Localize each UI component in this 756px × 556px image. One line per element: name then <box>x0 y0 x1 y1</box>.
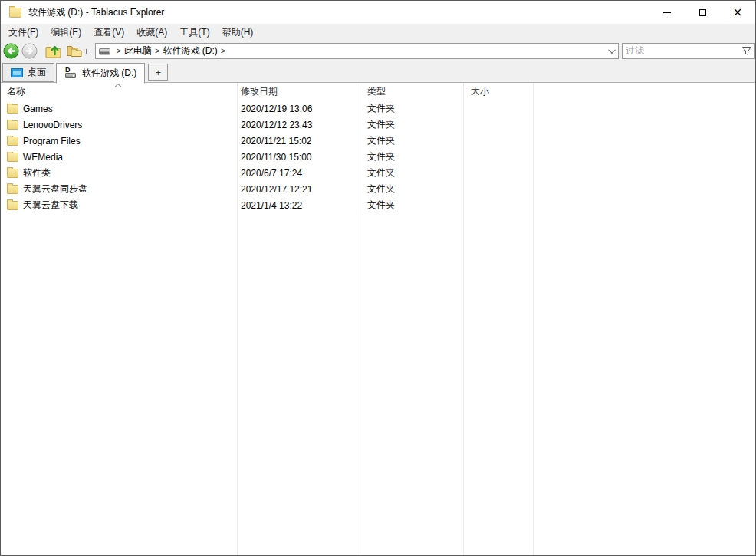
file-row[interactable]: 天翼云盘下载 2021/1/4 13:22 文件夹 <box>1 197 755 213</box>
folder-up-icon <box>44 43 63 59</box>
folder-icon <box>7 169 18 178</box>
breadcrumb-separator: > <box>221 46 225 55</box>
file-type: 文件夹 <box>360 199 463 212</box>
filter-input[interactable] <box>623 45 741 56</box>
file-name: 天翼云盘同步盘 <box>23 183 87 196</box>
column-header-modified[interactable]: 修改日期 <box>237 83 360 100</box>
new-tab-folder-button[interactable]: + <box>65 43 93 58</box>
file-name: 软件类 <box>23 166 51 179</box>
file-type: 文件夹 <box>360 166 463 179</box>
back-icon <box>3 43 19 59</box>
file-modified: 2020/12/12 23:43 <box>237 120 360 130</box>
file-modified: 2020/6/7 17:24 <box>237 168 360 179</box>
column-header-type[interactable]: 类型 <box>360 83 463 100</box>
menu-help[interactable]: 帮助(H) <box>216 24 260 41</box>
back-button[interactable] <box>3 43 19 59</box>
file-row[interactable]: WEMedia 2020/11/30 15:00 文件夹 <box>1 149 755 165</box>
file-row[interactable]: Program Files 2020/11/21 15:02 文件夹 <box>1 133 755 149</box>
folders-icon <box>65 43 83 58</box>
breadcrumb-separator: > <box>155 46 159 55</box>
file-name: WEMedia <box>23 152 63 163</box>
column-header-size[interactable]: 大小 <box>463 83 533 100</box>
filter-box <box>622 43 755 59</box>
filter-funnel-icon <box>741 46 752 56</box>
menu-file[interactable]: 文件(F) <box>2 24 44 41</box>
minimize-icon <box>663 12 671 13</box>
address-dropdown-icon[interactable] <box>608 46 616 54</box>
folder-icon <box>7 185 18 194</box>
folder-icon <box>7 153 18 162</box>
file-name: LenovoDrivers <box>23 120 82 130</box>
column-header-row: 名称 修改日期 类型 大小 <box>1 83 755 100</box>
file-row[interactable]: 天翼云盘同步盘 2020/12/17 12:21 文件夹 <box>1 181 755 197</box>
menu-bar: 文件(F) 编辑(E) 查看(V) 收藏(A) 工具(T) 帮助(H) <box>1 24 755 41</box>
desktop-icon <box>11 68 23 77</box>
window-controls: × <box>649 1 755 24</box>
tablacus-explorer-window: 软件游戏 (D:) - Tablacus Explorer × 文件(F) 编辑… <box>0 0 756 556</box>
file-modified: 2020/12/17 12:21 <box>237 184 360 195</box>
tab-label: 桌面 <box>28 66 46 79</box>
file-list: 名称 修改日期 类型 大小 Games 2020/12/19 13:06 文件夹… <box>1 83 755 555</box>
file-type: 文件夹 <box>360 150 463 163</box>
breadcrumb-this-pc[interactable]: 此电脑 <box>124 44 152 58</box>
tab-drive-d[interactable]: D 软件游戏 (D:) <box>56 63 145 84</box>
breadcrumb-drive[interactable]: 软件游戏 (D:) <box>163 44 217 58</box>
menu-view[interactable]: 查看(V) <box>87 24 130 41</box>
file-type: 文件夹 <box>360 134 463 147</box>
new-tab-button[interactable]: + <box>148 64 168 81</box>
maximize-button[interactable] <box>685 1 720 24</box>
file-modified: 2020/12/19 13:06 <box>237 104 360 114</box>
breadcrumb-separator: > <box>117 46 121 55</box>
menu-tools[interactable]: 工具(T) <box>173 24 215 41</box>
drive-body-icon <box>65 73 76 78</box>
drive-d-icon: D <box>64 67 77 79</box>
file-type: 文件夹 <box>360 102 463 115</box>
tab-label: 软件游戏 (D:) <box>82 67 136 80</box>
close-icon: × <box>733 7 743 18</box>
maximize-icon <box>699 9 706 16</box>
file-name: Games <box>23 104 53 114</box>
folder-icon <box>7 104 18 114</box>
file-row[interactable]: LenovoDrivers 2020/12/12 23:43 文件夹 <box>1 117 755 133</box>
menu-favorites[interactable]: 收藏(A) <box>130 24 173 41</box>
tab-bar: 桌面 D 软件游戏 (D:) + <box>1 61 755 83</box>
folder-icon <box>7 120 18 130</box>
app-folder-icon <box>9 8 21 18</box>
drive-icon <box>99 46 110 55</box>
up-button[interactable] <box>44 43 63 59</box>
minimize-button[interactable] <box>649 1 685 24</box>
forward-icon <box>21 43 38 59</box>
file-name: 天翼云盘下载 <box>23 199 78 212</box>
file-modified: 2021/1/4 13:22 <box>237 200 360 211</box>
file-name: Program Files <box>23 136 81 146</box>
file-type: 文件夹 <box>360 118 463 131</box>
column-divider[interactable] <box>360 83 360 555</box>
file-row[interactable]: Games 2020/12/19 13:06 文件夹 <box>1 100 755 117</box>
new-tab-plus-label: + <box>84 45 90 57</box>
folder-icon <box>7 201 18 210</box>
column-divider[interactable] <box>463 83 464 555</box>
window-title: 软件游戏 (D:) - Tablacus Explorer <box>28 6 164 19</box>
column-header-name[interactable]: 名称 <box>1 83 237 100</box>
forward-button[interactable] <box>21 43 38 59</box>
file-type: 文件夹 <box>360 183 463 196</box>
file-modified: 2020/11/30 15:00 <box>237 152 360 163</box>
close-button[interactable]: × <box>720 1 755 24</box>
tab-desktop[interactable]: 桌面 <box>2 63 54 82</box>
column-divider[interactable] <box>533 83 534 555</box>
menu-edit[interactable]: 编辑(E) <box>44 24 87 41</box>
file-modified: 2020/11/21 15:02 <box>237 136 360 146</box>
column-divider[interactable] <box>237 83 238 555</box>
title-bar: 软件游戏 (D:) - Tablacus Explorer × <box>1 1 755 24</box>
toolbar: + > 此电脑 > 软件游戏 (D:) > <box>1 41 755 61</box>
address-bar[interactable]: > 此电脑 > 软件游戏 (D:) > <box>95 43 619 59</box>
file-row[interactable]: 软件类 2020/6/7 17:24 文件夹 <box>1 165 755 181</box>
folder-icon <box>7 137 18 146</box>
